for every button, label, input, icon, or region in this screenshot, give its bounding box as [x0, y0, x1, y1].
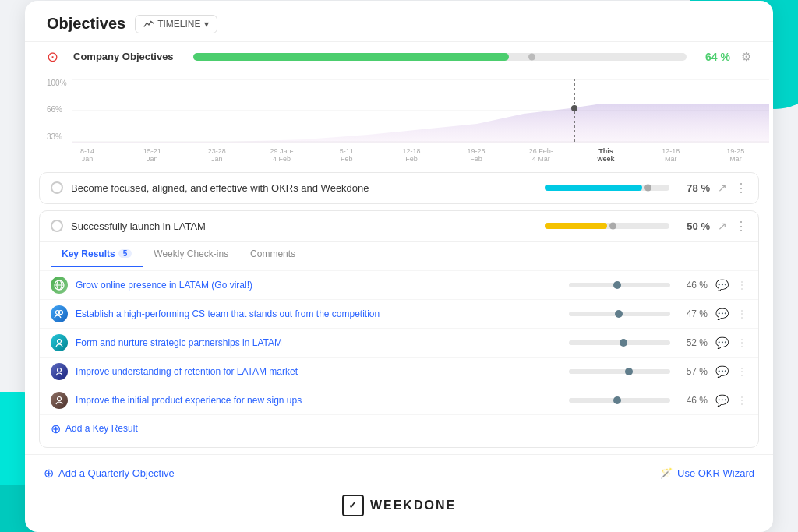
chart-x-5-11: 5-11Feb — [331, 147, 362, 163]
kr-title-5[interactable]: Improve the initial product experience f… — [76, 395, 561, 406]
svg-point-11 — [58, 368, 62, 372]
tab-key-results-label: Key Results — [62, 248, 115, 259]
add-kr-plus-icon: ⊕ — [51, 421, 61, 436]
kr-more-icon-2[interactable]: ⋮ — [736, 308, 747, 320]
timeline-icon — [143, 19, 154, 30]
chart-x-19-25feb: 19-25Feb — [461, 147, 492, 163]
wizard-icon: 🪄 — [660, 467, 673, 479]
chart-x-labels: 8-14Jan 15-21Jan 23-28Jan 29 Jan-4 Feb 5… — [72, 146, 751, 164]
company-progress-pct: 64 % — [697, 51, 730, 63]
kr-progress-dot-1 — [613, 281, 621, 289]
timeline-button[interactable]: TIMELINE ▾ — [135, 15, 217, 33]
page-header: Objectives TIMELINE ▾ — [25, 1, 773, 41]
external-link-icon-2[interactable]: ↗ — [718, 220, 727, 232]
timeline-label: TIMELINE — [157, 19, 200, 30]
kr-more-icon-4[interactable]: ⋮ — [736, 365, 747, 378]
chart-x-12-18feb: 12-18Feb — [396, 147, 427, 163]
use-wizard-button[interactable]: 🪄 Use OKR Wizard — [660, 467, 754, 479]
chart-x-12-18mar: 12-18Mar — [655, 147, 687, 163]
company-progress-fill — [193, 53, 509, 61]
chart-y-33: 33% — [47, 132, 67, 141]
company-progress-dot — [528, 53, 535, 60]
kr-progress-track-1 — [569, 283, 670, 287]
kr-icon-1 — [51, 277, 68, 294]
kr-title-1[interactable]: Grow online presence in LATAM (Go viral!… — [76, 280, 561, 291]
chart-area: 100% 66% 33% — [25, 72, 773, 166]
more-icon-2[interactable]: ⋮ — [735, 219, 747, 234]
chart-x-29jan: 29 Jan-4 Feb — [267, 147, 298, 163]
company-objectives-label: Company Objectives — [73, 51, 182, 62]
add-key-result-row[interactable]: ⊕ Add a Key Result — [40, 414, 758, 442]
kr-progress-dot-4 — [625, 368, 633, 375]
objective-header-2: Successfully launch in LATAM 50 % ↗ ⋮ — [40, 211, 758, 241]
tab-comments-label: Comments — [250, 248, 295, 259]
kr-progress-dot-5 — [613, 396, 621, 404]
kr-progress-track-3 — [569, 340, 670, 345]
chart-x-26feb: 26 Feb-4 Mar — [525, 147, 556, 163]
kr-more-icon-5[interactable]: ⋮ — [736, 394, 747, 407]
logo-icon: ✓ — [342, 495, 364, 516]
logo-bar: ✓ WEEKDONE — [25, 484, 773, 520]
kr-title-2[interactable]: Establish a high-performing CS team that… — [76, 308, 561, 319]
kr-row-1: Grow online presence in LATAM (Go viral!… — [40, 270, 758, 299]
obj-circle-2 — [51, 220, 63, 232]
tab-weekly-checkins[interactable]: Weekly Check-ins — [143, 242, 239, 267]
kr-progress-dot-2 — [615, 310, 623, 318]
kr-title-4[interactable]: Improve understanding of retention for L… — [76, 366, 561, 377]
kr-comment-icon-2[interactable]: 💬 — [715, 308, 729, 320]
chart-x-this-week: Thisweek — [591, 147, 622, 163]
kr-pct-5: 46 % — [678, 395, 708, 406]
kr-comment-icon-1[interactable]: 💬 — [715, 279, 729, 291]
tab-kr-badge: 5 — [118, 249, 132, 258]
obj-progress-track-1 — [545, 185, 669, 191]
objective-row-2: Successfully launch in LATAM 50 % ↗ ⋮ Ke… — [39, 210, 759, 448]
kr-more-icon-3[interactable]: ⋮ — [736, 336, 747, 349]
kr-pct-3: 52 % — [678, 337, 708, 348]
chart-x-23-28: 23-28Jan — [201, 147, 232, 163]
kr-icon-5 — [51, 392, 68, 409]
kr-pct-4: 57 % — [678, 366, 708, 377]
add-objective-icon: ⊕ — [44, 466, 54, 481]
kr-icon-3 — [51, 334, 68, 351]
kr-row-3: Form and nurture strategic partnerships … — [40, 328, 758, 357]
kr-row-4: Improve understanding of retention for L… — [40, 357, 758, 386]
main-card: Objectives TIMELINE ▾ ⊙ Company Objectiv… — [25, 1, 773, 532]
external-link-icon-1[interactable]: ↗ — [718, 181, 727, 194]
kr-row-5: Improve the initial product experience f… — [40, 386, 758, 414]
tab-key-results[interactable]: Key Results 5 — [51, 242, 143, 267]
page-title: Objectives — [47, 15, 125, 33]
obj-title-1: Become focused, aligned, and effective w… — [71, 182, 537, 194]
card-footer: ⊕ Add a Quarterly Objective 🪄 Use OKR Wi… — [25, 454, 773, 484]
obj-tabs: Key Results 5 Weekly Check-ins Comments — [40, 241, 758, 267]
kr-comment-icon-3[interactable]: 💬 — [715, 336, 729, 349]
obj-pct-2: 50 % — [677, 220, 710, 232]
kr-pct-1: 46 % — [678, 280, 708, 291]
obj-progress-dot-2 — [609, 223, 616, 230]
obj-circle-1 — [51, 181, 63, 194]
kr-title-3[interactable]: Form and nurture strategic partnerships … — [76, 337, 561, 348]
obj-progress-dot-1 — [644, 185, 651, 192]
more-icon-1[interactable]: ⋮ — [735, 181, 747, 196]
kr-comment-icon-5[interactable]: 💬 — [715, 394, 729, 407]
svg-point-4 — [571, 105, 577, 111]
kr-comment-icon-4[interactable]: 💬 — [715, 365, 729, 378]
add-objective-button[interactable]: ⊕ Add a Quarterly Objective — [44, 466, 175, 481]
obj-progress-fill-2 — [545, 223, 607, 229]
svg-point-12 — [58, 396, 62, 400]
chevron-down-icon: ▾ — [204, 19, 209, 30]
chart-y-66: 66% — [47, 105, 67, 114]
chart-svg — [72, 79, 769, 143]
company-progress-track — [193, 53, 687, 61]
kr-progress-track-5 — [569, 398, 670, 403]
tab-comments[interactable]: Comments — [239, 242, 306, 267]
logo-text: WEEKDONE — [370, 499, 456, 513]
kr-row-2: Establish a high-performing CS team that… — [40, 299, 758, 328]
kr-more-icon-1[interactable]: ⋮ — [736, 279, 747, 291]
kr-progress-dot-3 — [620, 339, 627, 347]
obj-title-2: Successfully launch in LATAM — [71, 220, 537, 232]
settings-icon[interactable]: ⚙ — [741, 50, 751, 64]
kr-pct-2: 47 % — [678, 308, 708, 319]
svg-point-10 — [58, 339, 62, 343]
kr-progress-track-4 — [569, 369, 670, 374]
objectives-list: Become focused, aligned, and effective w… — [25, 172, 773, 448]
